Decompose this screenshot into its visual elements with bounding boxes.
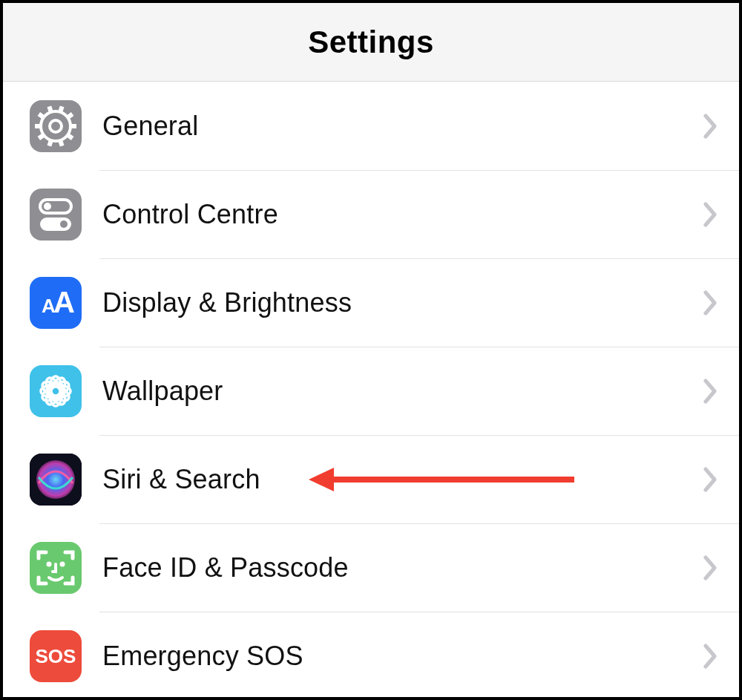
chevron-right-icon [703, 379, 718, 404]
chevron-right-icon [703, 644, 718, 669]
settings-row-sos[interactable]: SOS Emergency SOS [3, 612, 739, 700]
svg-point-0 [41, 111, 70, 141]
settings-row-label: Siri & Search [102, 464, 703, 495]
settings-row-general[interactable]: General [3, 82, 739, 170]
face-icon [30, 542, 82, 594]
page-title: Settings [308, 24, 434, 60]
settings-row-label: Wallpaper [102, 376, 703, 407]
svg-line-3 [68, 134, 72, 138]
svg-text:A: A [53, 286, 75, 318]
settings-row-siri[interactable]: Siri & Search [3, 435, 739, 523]
settings-header: Settings [3, 3, 739, 82]
chevron-right-icon [703, 555, 718, 580]
svg-line-10 [60, 106, 62, 112]
toggles-icon [30, 189, 82, 241]
settings-row-control-centre[interactable]: Control Centre [3, 170, 739, 258]
svg-point-1 [50, 120, 62, 132]
settings-row-wallpaper[interactable]: Wallpaper [3, 347, 739, 435]
svg-point-13 [44, 203, 51, 210]
svg-line-8 [39, 114, 43, 117]
chevron-right-icon [703, 290, 718, 315]
sos-icon: SOS [30, 630, 82, 682]
svg-line-9 [49, 106, 50, 112]
settings-row-display[interactable]: A A Display & Brightness [3, 258, 739, 347]
svg-line-11 [68, 114, 72, 117]
siri-icon [30, 454, 82, 506]
chevron-right-icon [703, 202, 718, 227]
svg-line-6 [39, 134, 43, 138]
svg-point-30 [60, 561, 65, 566]
chevron-right-icon [703, 467, 718, 492]
settings-row-faceid[interactable]: Face ID & Passcode [3, 523, 739, 612]
chevron-right-icon [703, 114, 718, 139]
settings-row-label: Display & Brightness [102, 287, 703, 318]
settings-row-label: Control Centre [102, 199, 703, 230]
settings-row-label: Emergency SOS [102, 641, 703, 672]
svg-point-15 [60, 220, 68, 228]
settings-list: General Control Centre A A Display & Bri… [3, 82, 739, 700]
svg-line-4 [60, 140, 62, 146]
settings-row-label: General [102, 111, 703, 142]
svg-point-24 [51, 387, 60, 396]
flower-icon [30, 365, 82, 417]
svg-point-29 [47, 561, 52, 566]
settings-row-label: Face ID & Passcode [102, 552, 703, 583]
svg-line-5 [49, 140, 50, 146]
svg-text:SOS: SOS [36, 645, 76, 667]
aa-icon: A A [30, 277, 82, 329]
gear-icon [30, 100, 82, 152]
